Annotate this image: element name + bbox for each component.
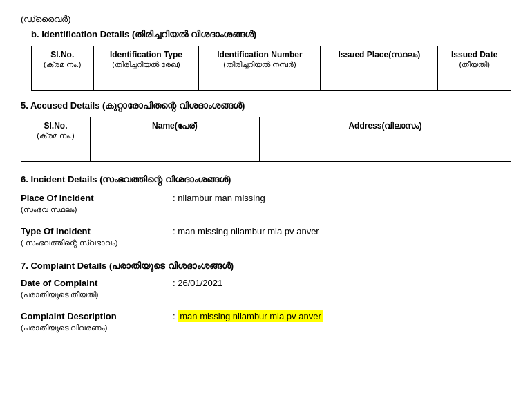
accused-table: Sl.No.(ക്രമ നം.) Name(പേര്) Address(വിലാ… <box>21 117 511 162</box>
table-row <box>32 73 511 91</box>
complaint-description-label: Complaint Description (പരാതിയുടെ വിവരണം) <box>21 310 173 334</box>
id-col-slno: Sl.No.(ക്രമ നം.) <box>32 46 94 73</box>
top-text: (ഡ്രൈവർ) <box>21 14 71 24</box>
type-of-incident-label: Type Of Incident ( സംഭവത്തിന്റെ സ്വഭാവം) <box>21 225 173 249</box>
incident-section-title: 6. Incident Details (സംഭവത്തിന്റെ വിശദാം… <box>21 174 511 185</box>
description-colon: : <box>173 311 175 321</box>
table-row <box>21 144 511 162</box>
id-col-date: Issued Date(തീയതി) <box>438 46 511 73</box>
date-of-complaint-label: Date of Complaint (പരാതിയുടെ തീയതി) <box>21 277 173 301</box>
place-of-incident-label: Place Of Incident (സംഭവ സ്ഥലം) <box>21 192 173 216</box>
complaint-section-title: 7. Complaint Details (പരാതിയുടെ വിശദാംശങ… <box>21 261 511 272</box>
acc-col-slno: Sl.No.(ക്രമ നം.) <box>21 117 91 144</box>
date-of-complaint-value: : 26/01/2021 <box>173 277 511 290</box>
identification-section-title: b. Identification Details (തിരിച്ചറിയൽ വ… <box>31 29 511 40</box>
type-of-incident-value: : man missing nilambur mla pv anver <box>173 225 511 238</box>
identification-table: Sl.No.(ക്രമ നം.) Identification Type(തിര… <box>31 46 511 91</box>
place-of-incident-value: : nilambur man missing <box>173 192 511 205</box>
accused-section-title: 5. Accused Details (കുറ്റാരോപിതന്റെ വിശദ… <box>21 100 511 111</box>
id-col-number: Identification Number(തിരിച്ചറിയൽ നമ്പർ) <box>199 46 321 73</box>
id-col-place: Issued Place(സ്ഥലം) <box>321 46 438 73</box>
complaint-description-text: man missing nilambur mla pv anver <box>178 310 323 322</box>
id-col-type: Identification Type(തിരിച്ചറിയൽ രേഖ) <box>93 46 199 73</box>
acc-col-name: Name(പേര്) <box>91 117 260 144</box>
complaint-description-value: : man missing nilambur mla pv anver <box>173 310 511 323</box>
acc-col-address: Address(വിലാസം) <box>259 117 511 144</box>
